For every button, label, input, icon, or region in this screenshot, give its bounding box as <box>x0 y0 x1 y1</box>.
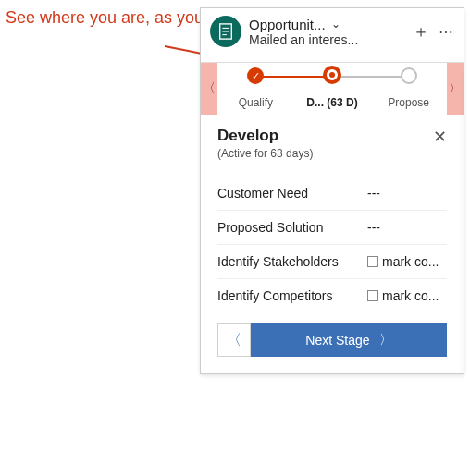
stage-develop[interactable]: D... (63 D) <box>294 63 371 115</box>
field-label: Customer Need <box>217 186 360 201</box>
stage-track: Qualify D... (63 D) Propose <box>217 63 447 115</box>
previous-stage-button[interactable]: 〈 <box>217 323 251 357</box>
field-value[interactable]: --- <box>367 186 447 201</box>
stage-circle-active <box>323 66 341 84</box>
field-list: Customer Need --- Proposed Solution --- … <box>217 177 447 312</box>
field-value[interactable]: mark co... <box>367 288 447 303</box>
stage-label: D... (63 D) <box>294 96 371 109</box>
close-icon[interactable]: ✕ <box>433 127 447 147</box>
document-icon <box>218 23 233 40</box>
stage-label: Propose <box>370 96 447 109</box>
field-row[interactable]: Identify Competitors mark co... <box>217 278 447 312</box>
add-button[interactable]: ＋ <box>413 20 429 43</box>
field-label: Identify Competitors <box>217 288 360 303</box>
field-label: Identify Stakeholders <box>217 254 360 269</box>
more-button[interactable]: ⋯ <box>439 23 454 41</box>
checkbox-label: mark co... <box>382 288 439 303</box>
field-value[interactable]: --- <box>367 220 447 235</box>
panel-footer: 〈 Next Stage 〉 <box>217 323 447 357</box>
field-row[interactable]: Proposed Solution --- <box>217 210 447 244</box>
checkbox-label: mark co... <box>382 254 439 269</box>
checkbox-icon[interactable] <box>367 290 378 301</box>
next-stage-label: Next Stage <box>305 333 369 348</box>
chevron-down-icon[interactable]: ⌄ <box>331 18 340 31</box>
panel-active-text: (Active for 63 days) <box>217 147 313 160</box>
field-label: Proposed Solution <box>217 220 360 235</box>
checkbox-icon[interactable] <box>367 256 378 267</box>
stage-circle-pending <box>401 67 417 84</box>
record-subtitle: Mailed an interes... <box>249 32 378 47</box>
stage-panel: Develop (Active for 63 days) ✕ Customer … <box>201 114 464 373</box>
stage-circle-done <box>247 67 264 84</box>
panel-title: Develop <box>217 127 313 145</box>
stage-propose[interactable]: Propose <box>370 63 447 115</box>
chevron-right-icon: 〉 <box>379 332 392 348</box>
record-title[interactable]: Opportunit... <box>249 17 326 32</box>
stage-qualify[interactable]: Qualify <box>217 63 294 115</box>
stage-progress-bar: 〈 〉 Qualify D... (63 D) Propose <box>201 62 464 114</box>
record-card: Opportunit... ⌄ Mailed an interes... ＋ ⋯… <box>200 7 464 374</box>
field-row[interactable]: Customer Need --- <box>217 177 447 210</box>
scrollbar[interactable] <box>459 71 464 373</box>
next-stage-button[interactable]: Next Stage 〉 <box>251 323 447 357</box>
card-header: Opportunit... ⌄ Mailed an interes... ＋ ⋯ <box>201 8 464 62</box>
stage-scroll-left[interactable]: 〈 <box>201 63 217 115</box>
stage-label: Qualify <box>217 96 294 109</box>
field-value[interactable]: mark co... <box>367 254 447 269</box>
title-block: Opportunit... ⌄ Mailed an interes... <box>249 17 405 47</box>
record-avatar <box>210 16 241 47</box>
field-row[interactable]: Identify Stakeholders mark co... <box>217 244 447 278</box>
